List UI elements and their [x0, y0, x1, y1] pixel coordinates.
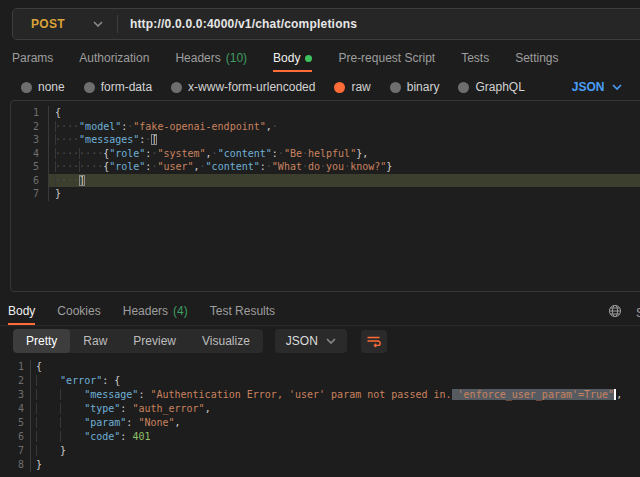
view-switcher: Pretty Raw Preview Visualize — [13, 329, 263, 353]
request-format-dropdown[interactable]: JSON — [572, 80, 622, 94]
headers-count: (10) — [226, 51, 247, 65]
body-type-binary[interactable]: binary — [390, 80, 440, 94]
code-line[interactable]: 5 "param": "None", — [0, 416, 640, 430]
code-line[interactable]: 1{ — [11, 106, 640, 120]
code-text[interactable]: "code": 401 — [31, 430, 640, 444]
line-number: 3 — [0, 388, 31, 402]
code-text[interactable]: ····"messages":·[ — [49, 133, 640, 147]
chevron-down-icon — [612, 84, 622, 90]
response-tab-headers[interactable]: Headers(4) — [123, 299, 188, 325]
line-number: 6 — [0, 430, 31, 444]
line-number: 2 — [11, 120, 49, 134]
globe-icon[interactable] — [608, 304, 622, 318]
code-line[interactable]: 4········{"role":·"system",·"content":·"… — [11, 147, 640, 161]
code-text[interactable]: ········{"role":·"system",·"content":·"B… — [49, 147, 640, 161]
code-text[interactable]: ····] — [49, 174, 640, 188]
body-type-none[interactable]: none — [21, 80, 65, 94]
code-line[interactable]: 2 "error": { — [0, 374, 640, 388]
code-line[interactable]: 6····] — [11, 174, 640, 188]
radio-icon — [458, 82, 469, 93]
line-number: 3 — [11, 133, 49, 147]
request-body-editor[interactable]: 1{2····"model":·"fake-openai-endpoint",·… — [10, 100, 640, 292]
code-text[interactable]: "message": "Authentication Error, 'user'… — [31, 388, 640, 402]
response-tab-body[interactable]: Body — [8, 299, 35, 325]
tab-authorization[interactable]: Authorization — [79, 46, 149, 72]
body-type-row: none form-data x-www-form-urlencoded raw… — [0, 76, 640, 98]
request-tabs: Params Authorization Headers(10) Body Pr… — [0, 46, 640, 72]
view-preview[interactable]: Preview — [120, 329, 189, 353]
line-number: 6 — [11, 174, 49, 188]
active-dot-icon — [305, 55, 312, 62]
response-tabs: Body Cookies Headers(4) Test Results — [0, 298, 640, 326]
code-text[interactable]: ········{"role":·"user",·"content":·"Wha… — [49, 160, 640, 174]
line-number: 4 — [0, 402, 31, 416]
line-number: 5 — [11, 160, 49, 174]
code-line[interactable]: 8} — [0, 458, 640, 472]
code-line[interactable]: 6 "code": 401 — [0, 430, 640, 444]
code-text[interactable]: "type": "auth_error", — [31, 402, 640, 416]
view-pretty[interactable]: Pretty — [13, 329, 70, 353]
line-number: 1 — [0, 360, 31, 374]
request-url-bar: POST http://0.0.0.0:4000/v1/chat/complet… — [12, 8, 640, 40]
chevron-down-icon — [326, 338, 336, 344]
body-type-graphql[interactable]: GraphQL — [458, 80, 524, 94]
line-number: 4 — [11, 147, 49, 161]
code-line[interactable]: 5········{"role":·"user",·"content":·"Wh… — [11, 160, 640, 174]
code-text[interactable]: } — [31, 458, 640, 472]
line-number: 7 — [0, 444, 31, 458]
view-visualize[interactable]: Visualize — [189, 329, 263, 353]
body-type-raw[interactable]: raw — [334, 80, 370, 94]
url-input[interactable]: http://0.0.0.0:4000/v1/chat/completions — [118, 17, 357, 31]
code-text[interactable]: { — [31, 360, 640, 374]
response-toolbar: Pretty Raw Preview Visualize JSON — [13, 329, 387, 353]
chevron-down-icon — [93, 21, 103, 27]
code-line[interactable]: 4 "type": "auth_error", — [0, 402, 640, 416]
line-number: 7 — [11, 187, 49, 201]
code-line[interactable]: 7 } — [0, 444, 640, 458]
code-text[interactable]: "param": "None", — [31, 416, 640, 430]
method-label[interactable]: POST — [13, 17, 79, 31]
tab-body[interactable]: Body — [273, 46, 312, 72]
status-label-clipped: S — [636, 306, 640, 320]
body-type-x-www-form-urlencoded[interactable]: x-www-form-urlencoded — [171, 80, 315, 94]
method-dropdown[interactable] — [79, 21, 117, 27]
code-text[interactable]: "error": { — [31, 374, 640, 388]
radio-icon — [171, 82, 182, 93]
view-raw[interactable]: Raw — [70, 329, 120, 353]
response-tab-test-results[interactable]: Test Results — [210, 299, 275, 325]
response-body-editor[interactable]: 1{2 "error": {3 "message": "Authenticati… — [0, 356, 640, 477]
code-line[interactable]: 3····"messages":·[ — [11, 133, 640, 147]
radio-icon — [84, 82, 95, 93]
response-tab-cookies[interactable]: Cookies — [57, 299, 100, 325]
code-line[interactable]: 7} — [11, 187, 640, 201]
code-text[interactable]: } — [49, 187, 640, 201]
response-headers-count: (4) — [173, 304, 188, 318]
body-type-form-data[interactable]: form-data — [84, 80, 152, 94]
code-line[interactable]: 2····"model":·"fake-openai-endpoint",· — [11, 120, 640, 134]
code-text[interactable]: { — [49, 106, 640, 120]
tab-settings[interactable]: Settings — [515, 46, 558, 72]
code-text[interactable]: } — [31, 444, 640, 458]
line-number: 8 — [0, 458, 31, 472]
response-format-dropdown[interactable]: JSON — [275, 329, 347, 353]
radio-icon — [390, 82, 401, 93]
tab-pre-request-script[interactable]: Pre-request Script — [338, 46, 435, 72]
code-line[interactable]: 3 "message": "Authentication Error, 'use… — [0, 388, 640, 402]
line-number: 5 — [0, 416, 31, 430]
radio-selected-icon — [334, 82, 345, 93]
radio-icon — [21, 82, 32, 93]
word-wrap-icon — [366, 335, 381, 348]
tab-headers[interactable]: Headers(10) — [175, 46, 247, 72]
tab-tests[interactable]: Tests — [461, 46, 489, 72]
code-line[interactable]: 1{ — [0, 360, 640, 374]
tab-params[interactable]: Params — [12, 46, 53, 72]
code-text[interactable]: ····"model":·"fake-openai-endpoint",· — [49, 120, 640, 134]
line-number: 1 — [11, 106, 49, 120]
wrap-text-button[interactable] — [361, 330, 387, 353]
line-number: 2 — [0, 374, 31, 388]
